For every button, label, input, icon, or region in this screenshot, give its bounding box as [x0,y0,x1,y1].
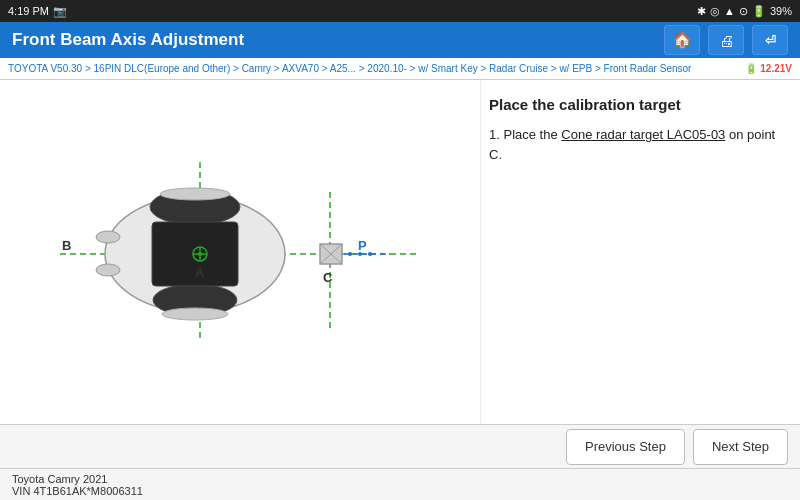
status-time: 4:19 PM [8,5,49,17]
car-diagram: B A C P [0,80,480,424]
voltage-display: 🔋 12.21V [745,63,792,74]
vehicle-model: Toyota Camry 2021 [12,473,143,485]
print-button[interactable]: 🖨 [708,25,744,55]
page-title: Front Beam Axis Adjustment [12,30,244,50]
footer-info: Toyota Camry 2021 VIN 4T1B61AK*M8006311 [12,473,143,497]
svg-text:C: C [323,270,333,285]
status-right: ✱ ◎ ▲ ⊙ 🔋 39% [697,5,792,18]
step-text-link: Cone radar target LAC05-03 [561,127,725,142]
home-icon: 🏠 [673,31,692,49]
gps-icon: ◎ [710,5,720,18]
vehicle-vin: VIN 4T1B61AK*M8006311 [12,485,143,497]
signal-icon: ▲ [724,5,735,17]
wifi-icon: ⊙ [739,5,748,18]
title-icons: 🏠 🖨 ⏎ [664,25,788,55]
svg-point-14 [198,252,202,256]
svg-point-23 [348,252,352,256]
battery-small-icon: 🔋 [745,63,757,74]
footer-bar: Toyota Camry 2021 VIN 4T1B61AK*M8006311 [0,468,800,500]
svg-text:P: P [358,238,367,253]
step-number: 1. [489,127,500,142]
svg-point-24 [358,252,362,256]
previous-step-button[interactable]: Previous Step [566,429,685,465]
main-content: B A C P Place the calibration target 1. … [0,80,800,424]
instructions-body: 1. Place the Cone radar target LAC05-03 … [489,125,784,164]
exit-button[interactable]: ⏎ [752,25,788,55]
next-step-button[interactable]: Next Step [693,429,788,465]
instructions-panel: Place the calibration target 1. Place th… [480,80,800,424]
diagram-svg: B A C P [40,132,440,372]
battery-level: 39% [770,5,792,17]
svg-point-9 [160,188,230,200]
voltage-value: 12.21V [760,63,792,74]
status-left: 4:19 PM 📷 [8,5,67,18]
svg-text:B: B [62,238,71,253]
svg-point-25 [368,252,372,256]
breadcrumb-text: TOYOTA V50.30 > 16PIN DLC(Europe and Oth… [8,63,691,74]
instructions-title: Place the calibration target [489,96,784,113]
svg-text:A: A [195,265,205,280]
status-bar: 4:19 PM 📷 ✱ ◎ ▲ ⊙ 🔋 39% [0,0,800,22]
step-text-before: Place the [503,127,561,142]
svg-point-10 [162,308,228,320]
breadcrumb: TOYOTA V50.30 > 16PIN DLC(Europe and Oth… [0,58,800,80]
bluetooth-icon: ✱ [697,5,706,18]
home-button[interactable]: 🏠 [664,25,700,55]
svg-point-8 [96,264,120,276]
svg-point-7 [96,231,120,243]
battery-icon: 🔋 [752,5,766,18]
navigation-bar: Previous Step Next Step [0,424,800,468]
exit-icon: ⏎ [765,33,776,48]
print-icon: 🖨 [719,32,734,49]
title-bar: Front Beam Axis Adjustment 🏠 🖨 ⏎ [0,22,800,58]
camera-icon: 📷 [53,5,67,18]
